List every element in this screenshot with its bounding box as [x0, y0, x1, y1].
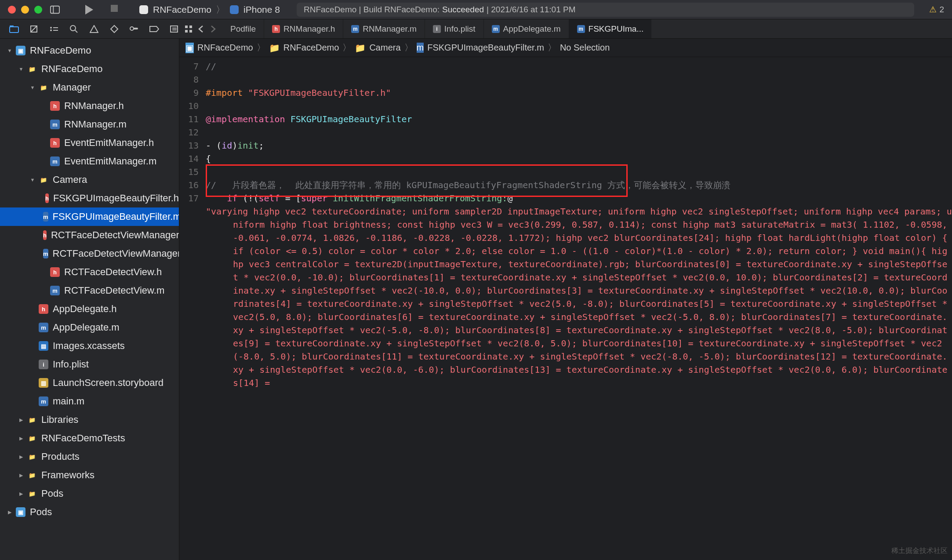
tree-item-label: RNManager.h — [64, 100, 124, 112]
tree-item[interactable]: ▶📁Libraries — [0, 411, 179, 429]
svg-rect-4 — [10, 27, 18, 33]
disclosure-icon[interactable]: ▶ — [18, 454, 25, 460]
crumb-4[interactable]: No Selection — [560, 43, 610, 53]
window-controls — [8, 6, 42, 14]
zoom-window-button[interactable] — [34, 6, 42, 14]
debug-icon[interactable] — [129, 24, 139, 34]
tree-item[interactable]: mRCTFaceDetectViewManager.m — [0, 244, 179, 263]
crumb-3[interactable]: FSKGPUImageBeautyFilter.m — [427, 43, 544, 53]
code-span: - ( — [206, 140, 222, 151]
file-m-icon: m — [43, 249, 48, 258]
tree-item[interactable]: mRNManager.m — [0, 115, 179, 134]
tree-item[interactable]: mFSKGPUImageBeautyFilter.m — [0, 207, 179, 226]
run-button[interactable] — [85, 5, 93, 15]
code-span: if — [227, 193, 237, 204]
tree-item[interactable]: hEventEmitManager.h — [0, 134, 179, 152]
tree-item[interactable]: ▶📁Products — [0, 447, 179, 466]
tree-item[interactable]: ▶📁RNFaceDemoTests — [0, 429, 179, 447]
back-icon[interactable] — [196, 24, 206, 34]
disclosure-icon[interactable]: ▶ — [18, 436, 25, 441]
tree-item[interactable]: ▶📁Frameworks — [0, 466, 179, 484]
close-window-button[interactable] — [8, 6, 16, 14]
related-items-icon[interactable] — [184, 24, 193, 34]
tree-item[interactable]: hRCTFaceDetectViewManager.h — [0, 226, 179, 244]
disclosure-icon[interactable]: ▶ — [18, 491, 25, 497]
warnings-indicator[interactable]: ⚠︎ 2 — [929, 4, 944, 15]
symbols-icon[interactable] — [49, 24, 59, 34]
reports-icon[interactable] — [169, 24, 180, 34]
tree-item[interactable]: mAppDelegate.m — [0, 318, 179, 337]
source-control-icon[interactable] — [29, 24, 40, 34]
tree-item-label: RNFaceDemo — [30, 45, 91, 56]
breadcrumb[interactable]: ▣ RNFaceDemo 〉 📁 RNFaceDemo 〉 📁 Camera 〉… — [179, 39, 952, 57]
folder-icon: 📁 — [27, 415, 37, 425]
tree-item[interactable]: ▼📁Camera — [0, 171, 179, 189]
tree-item[interactable]: hRNManager.h — [0, 97, 179, 115]
tree-item[interactable]: ▼▣RNFaceDemo — [0, 41, 179, 60]
folder-icon: 📁 — [27, 489, 37, 498]
tab-appdelegate-m[interactable]: mAppDelegate.m — [483, 19, 569, 38]
tree-item-label: EventEmitManager.m — [64, 156, 156, 167]
svg-marker-14 — [90, 25, 98, 33]
tree-item[interactable]: ▼📁RNFaceDemo — [0, 60, 179, 78]
tree-item[interactable]: ▼📁Manager — [0, 78, 179, 97]
editor-tabs: PodfilehRNManager.hmRNManager.miInfo.pli… — [222, 19, 952, 38]
crumb-0[interactable]: RNFaceDemo — [197, 43, 253, 53]
tree-item-label: Products — [41, 451, 80, 462]
tree-item[interactable]: mRCTFaceDetectView.m — [0, 281, 179, 300]
tree-item[interactable]: iInfo.plist — [0, 355, 179, 374]
run-controls — [85, 5, 118, 15]
issues-icon[interactable] — [89, 24, 99, 34]
disclosure-icon[interactable]: ▶ — [18, 417, 25, 423]
sidebar-toggle-icon[interactable] — [50, 5, 60, 15]
scheme-selector[interactable]: RNFaceDemo 〉 iPhone 8 — [139, 4, 280, 16]
stop-button[interactable] — [111, 5, 118, 15]
disclosure-icon[interactable]: ▼ — [6, 48, 13, 53]
tree-item[interactable]: hRCTFaceDetectView.h — [0, 263, 179, 281]
tree-item[interactable]: ▶▣Pods — [0, 503, 179, 521]
tree-item[interactable]: hFSKGPUImageBeautyFilter.h — [0, 189, 179, 207]
chevron-right-icon: 〉 — [257, 42, 265, 54]
crumb-2[interactable]: Camera — [369, 43, 400, 53]
code-body[interactable]: // #import "FSKGPUImageBeautyFilter.h" @… — [206, 57, 952, 560]
tree-item-label: Manager — [53, 82, 91, 93]
file-h-icon: h — [50, 267, 60, 277]
file-h-icon: h — [43, 230, 47, 240]
code-editor[interactable]: 7891011121314151617 // #import "FSKGPUIm… — [179, 57, 952, 560]
tree-item[interactable]: mEventEmitManager.m — [0, 152, 179, 171]
code-span: { — [206, 153, 211, 164]
code-span: @implementation — [206, 114, 291, 124]
activity-viewer[interactable]: RNFaceDemo | Build RNFaceDemo: Succeeded… — [297, 3, 914, 17]
disclosure-icon[interactable]: ▼ — [18, 66, 25, 72]
file-i-icon: i — [433, 25, 441, 33]
project-navigator[interactable]: ▼▣RNFaceDemo▼📁RNFaceDemo▼📁ManagerhRNMana… — [0, 39, 179, 560]
tab-podfile[interactable]: Podfile — [222, 19, 264, 38]
line-number: 8 — [179, 73, 199, 86]
tree-item[interactable]: mmain.m — [0, 392, 179, 411]
tab-rnmanager-m[interactable]: mRNManager.m — [343, 19, 425, 38]
svg-point-9 — [50, 29, 52, 31]
project-navigator-icon[interactable] — [9, 24, 19, 34]
disclosure-icon[interactable]: ▼ — [29, 177, 36, 182]
folder-icon: 📁 — [27, 64, 37, 74]
tab-rnmanager-h[interactable]: hRNManager.h — [264, 19, 343, 38]
tree-item[interactable]: ▶📁Pods — [0, 484, 179, 503]
app-icon — [139, 5, 149, 15]
tree-item[interactable]: hAppDelegate.h — [0, 300, 179, 318]
find-icon[interactable] — [69, 24, 80, 34]
tests-icon[interactable] — [109, 24, 120, 34]
tab-info-plist[interactable]: iInfo.plist — [425, 19, 483, 38]
disclosure-icon[interactable]: ▶ — [18, 473, 25, 478]
disclosure-icon[interactable]: ▶ — [6, 509, 13, 515]
svg-rect-2 — [139, 5, 148, 14]
disclosure-icon[interactable]: ▼ — [29, 85, 36, 90]
line-number: 15 — [179, 165, 199, 178]
crumb-1[interactable]: RNFaceDemo — [283, 43, 339, 53]
breakpoints-icon[interactable] — [149, 24, 160, 34]
tab-fskgpuima-[interactable]: mFSKGPUIma... — [569, 19, 652, 38]
line-number: 16 — [179, 178, 199, 192]
tree-item[interactable]: ▤Images.xcassets — [0, 337, 179, 355]
minimize-window-button[interactable] — [21, 6, 29, 14]
tree-item[interactable]: ▥LaunchScreen.storyboard — [0, 374, 179, 392]
forward-icon[interactable] — [208, 24, 218, 34]
